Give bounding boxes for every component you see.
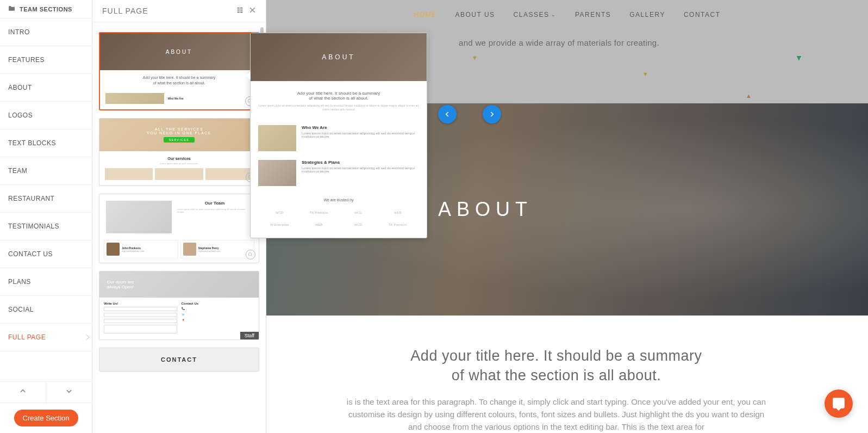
template-thumb-services[interactable]: ALL THE SERVICES YOU NEED IN ONE PLACE S… bbox=[99, 118, 259, 186]
template-thumb-contact[interactable]: CONTACT bbox=[99, 348, 259, 372]
svg-point-2 bbox=[248, 252, 252, 256]
create-section-button[interactable]: Create Section bbox=[14, 410, 78, 426]
nav-gallery[interactable]: GALLERY bbox=[629, 11, 665, 18]
sidebar-item-restaurant[interactable]: RESTAURANT bbox=[0, 185, 92, 213]
thumb-about-line1: Add your title here. It should be a summ… bbox=[105, 76, 253, 79]
nav-about[interactable]: ABOUT US bbox=[455, 11, 495, 18]
sidebar-item-logos[interactable]: LOGOS bbox=[0, 102, 92, 129]
sidebar-title: TEAM SECTIONS bbox=[20, 6, 72, 13]
staff-badge: Staff bbox=[240, 332, 259, 339]
section-templates-panel: FULL PAGE ABOUT Add your title here. It … bbox=[92, 0, 266, 433]
site-nav: HOME ABOUT US CLASSES ⌄ PARENTS GALLERY … bbox=[266, 0, 868, 29]
thumb-about-hero: ABOUT bbox=[100, 33, 258, 70]
template-preview-popover: ABOUT Add your title here. It should be … bbox=[250, 33, 427, 238]
preview-logo: WCD bbox=[340, 208, 377, 217]
carousel-prev-button[interactable] bbox=[438, 105, 457, 123]
sidebar-item-about[interactable]: ABOUT bbox=[0, 74, 92, 102]
preview-logo: TK Premium bbox=[301, 208, 338, 217]
sidebar-bottom: Create Section bbox=[0, 381, 92, 433]
folder-icon bbox=[8, 5, 15, 13]
preview-logo: WCD bbox=[340, 220, 377, 229]
thumb-contact-hero: CONTACT bbox=[99, 348, 259, 371]
thumb-about-line2: of what the section is all about. bbox=[105, 81, 253, 85]
preview-hero: ABOUT bbox=[251, 33, 427, 81]
zoom-icon[interactable] bbox=[246, 250, 255, 259]
thumb-about-who: Who We Are bbox=[167, 97, 253, 100]
sidebar-item-team[interactable]: TEAM bbox=[0, 157, 92, 185]
preview-logo: WEB bbox=[380, 208, 416, 217]
hero-title: ABOUT bbox=[438, 198, 533, 221]
template-thumb-team[interactable]: Our Team Lorem ipsum dolor sit amet cons… bbox=[99, 194, 259, 263]
sidebar-item-fullpage[interactable]: FULL PAGE bbox=[0, 324, 92, 351]
preview-logo: WEB bbox=[301, 220, 338, 229]
panel-title: FULL PAGE bbox=[102, 7, 148, 15]
sidebar-item-textblocks[interactable]: TEXT BLOCKS bbox=[0, 129, 92, 157]
sidebar-item-plans[interactable]: PLANS bbox=[0, 268, 92, 296]
nav-up-button[interactable] bbox=[0, 382, 46, 403]
page-content[interactable]: Add your title here. It should be a summ… bbox=[266, 346, 846, 433]
nav-classes[interactable]: CLASSES ⌄ bbox=[514, 11, 557, 18]
content-title-line2: of what the section is all about. bbox=[452, 367, 661, 383]
preview-row2-title: Strategies & Plans bbox=[302, 160, 419, 165]
content-title-line1: Add your title here. It should be a summ… bbox=[410, 348, 702, 364]
sidebar-header: TEAM SECTIONS bbox=[0, 0, 92, 18]
thumb-services-title: Our services bbox=[105, 157, 253, 160]
preview-row1-title: Who We Are bbox=[302, 125, 419, 130]
thumb-writeus: Write Us! bbox=[104, 302, 177, 305]
thumb-person2-name: Stephanie Perry bbox=[198, 246, 221, 250]
template-thumb-about[interactable]: ABOUT Add your title here. It should be … bbox=[99, 32, 259, 110]
preview-title2: of what the section is all about. bbox=[258, 96, 419, 101]
sidebar-item-intro[interactable]: INTRO bbox=[0, 18, 92, 46]
nav-contact[interactable]: CONTACT bbox=[684, 11, 721, 18]
preview-logo: TK Premium bbox=[380, 220, 416, 229]
sidebar-list: INTRO FEATURES ABOUT LOGOS TEXT BLOCKS T… bbox=[0, 18, 92, 381]
sidebar-item-testimonials[interactable]: TESTIMONIALS bbox=[0, 213, 92, 240]
nav-parents[interactable]: PARENTS bbox=[575, 11, 611, 18]
thumb-services-hero: ALL THE SERVICES YOU NEED IN ONE PLACE S… bbox=[99, 119, 259, 151]
nav-down-button[interactable] bbox=[46, 382, 92, 403]
thumb-doors-hero: Our doors are always Open! bbox=[99, 271, 259, 298]
chevron-down-icon: ⌄ bbox=[551, 12, 557, 17]
preview-logo: WCD bbox=[261, 208, 298, 217]
sidebar-item-contactus[interactable]: CONTACT US bbox=[0, 240, 92, 268]
content-paragraph: is is the text area for this paragraph. … bbox=[345, 395, 769, 433]
sidebar-item-features[interactable]: FEATURES bbox=[0, 46, 92, 74]
sections-sidebar: TEAM SECTIONS INTRO FEATURES ABOUT LOGOS… bbox=[0, 0, 92, 433]
sidebar-item-social[interactable]: SOCIAL bbox=[0, 296, 92, 324]
preview-trust: We are trusted by bbox=[251, 190, 427, 205]
template-thumb-contactdoors[interactable]: Our doors are always Open! Write Us! Con… bbox=[99, 271, 259, 340]
thumb-contactus: Contact Us bbox=[182, 302, 255, 305]
preview-title1: Add your title here. It should be a summ… bbox=[258, 91, 419, 96]
thumb-team-title: Our Team bbox=[177, 201, 252, 206]
panel-close-icon[interactable] bbox=[249, 7, 256, 15]
chat-launcher-button[interactable] bbox=[825, 389, 853, 418]
panel-grid-icon[interactable] bbox=[236, 7, 243, 15]
carousel-next-button[interactable] bbox=[483, 105, 501, 123]
preview-logo: W Enterprise bbox=[261, 220, 298, 229]
nav-home[interactable]: HOME bbox=[414, 11, 436, 18]
